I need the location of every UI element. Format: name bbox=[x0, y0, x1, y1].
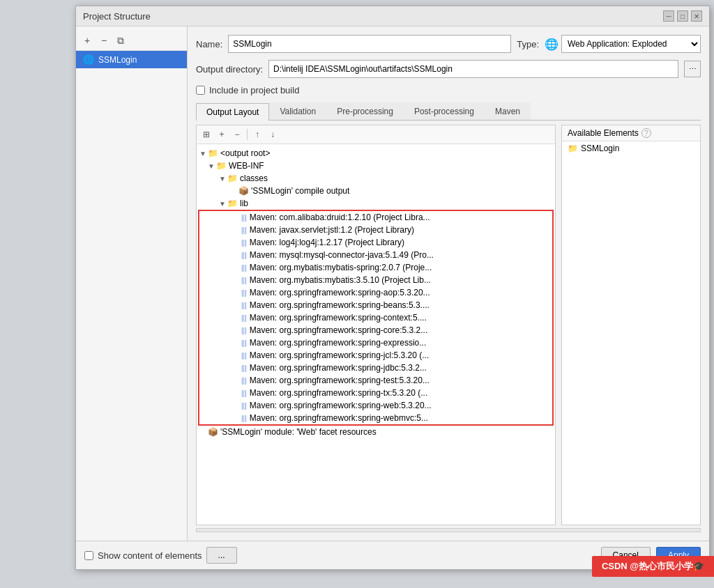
tree-panel: ⊞ + − ↑ ↓ ▼ 📁 <output root> bbox=[196, 125, 556, 525]
lib-icon: ||| bbox=[241, 402, 247, 410]
name-label: Name: bbox=[196, 39, 222, 49]
add-artifact-button[interactable]: + bbox=[80, 33, 94, 47]
module-icon: 📦 bbox=[238, 186, 249, 196]
lib-icon: ||| bbox=[241, 314, 247, 322]
copy-artifact-button[interactable]: ⧉ bbox=[114, 33, 128, 47]
lib-icon: ||| bbox=[241, 277, 247, 284]
tree-node-webinf[interactable]: ▼ 📁 WEB-INF bbox=[197, 160, 555, 172]
output-dir-row: Output directory: ⋯ bbox=[196, 60, 701, 78]
lib-icon: ||| bbox=[241, 352, 247, 359]
titlebar-buttons: ─ □ ✕ bbox=[663, 10, 702, 22]
lib-item-spring-jcl[interactable]: ||| Maven: org.springframework:spring-jc… bbox=[199, 349, 552, 362]
toolbar-divider bbox=[247, 129, 248, 140]
lib-item-mybatis[interactable]: ||| Maven: org.mybatis:mybatis:3.5.10 (P… bbox=[199, 274, 552, 286]
tabs-bar: Output Layout Validation Pre-processing … bbox=[196, 102, 701, 121]
lib-item-jstl[interactable]: ||| Maven: javax.servlet:jstl:1.2 (Proje… bbox=[199, 224, 552, 236]
tab-post-processing[interactable]: Post-processing bbox=[404, 102, 485, 120]
tree-add-btn[interactable]: + bbox=[215, 127, 229, 141]
web-app-icon: 🌐 bbox=[545, 38, 559, 51]
lib-icon: ||| bbox=[241, 377, 247, 385]
tree-node-web-facet[interactable]: 📦 'SSMLogin' module: 'Web' facet resourc… bbox=[197, 426, 555, 438]
tab-maven[interactable]: Maven bbox=[485, 102, 531, 120]
lib-item-mybatis-spring[interactable]: ||| Maven: org.mybatis:mybatis-spring:2.… bbox=[199, 261, 552, 274]
tree-up-btn[interactable]: ↑ bbox=[250, 127, 264, 141]
horizontal-scrollbar[interactable] bbox=[196, 528, 701, 532]
lib-item-label: Maven: org.springframework:spring-jcl:5.… bbox=[250, 350, 429, 360]
lib-item-spring-expression[interactable]: ||| Maven: org.springframework:spring-ex… bbox=[199, 336, 552, 349]
close-button[interactable]: ✕ bbox=[691, 10, 702, 22]
remove-artifact-button[interactable]: − bbox=[97, 33, 111, 47]
available-item-ssmlogin[interactable]: 📁 SSMLogin bbox=[562, 141, 700, 155]
lib-item-label: Maven: org.mybatis:mybatis:3.5.10 (Proje… bbox=[250, 275, 431, 285]
help-icon[interactable]: ? bbox=[641, 128, 651, 138]
sidebar-item-ssmlogin[interactable]: 🌐 SSMLogin bbox=[76, 51, 187, 68]
lib-item-label: Maven: org.springframework:spring-beans:… bbox=[250, 300, 430, 310]
lib-item-label: Maven: org.springframework:spring-web:5.… bbox=[250, 401, 432, 410]
lib-item-spring-test[interactable]: ||| Maven: org.springframework:spring-te… bbox=[199, 374, 552, 387]
name-input[interactable] bbox=[228, 35, 511, 53]
tab-pre-processing[interactable]: Pre-processing bbox=[326, 102, 404, 120]
lib-item-spring-beans[interactable]: ||| Maven: org.springframework:spring-be… bbox=[199, 299, 552, 311]
type-select-container: 🌐 Web Application: Exploded bbox=[545, 35, 701, 53]
tree-remove-btn[interactable]: − bbox=[230, 127, 244, 141]
tree-node-output-root[interactable]: ▼ 📁 <output root> bbox=[197, 147, 555, 160]
lib-item-label: Maven: org.springframework:spring-test:5… bbox=[250, 376, 430, 385]
sidebar-toolbar: + − ⧉ bbox=[76, 31, 187, 51]
available-item-label: SSMLogin bbox=[581, 144, 619, 153]
lib-item-spring-webmvc[interactable]: ||| Maven: org.springframework:spring-we… bbox=[199, 412, 552, 424]
available-header-label: Available Elements bbox=[568, 128, 639, 138]
lib-item-log4j[interactable]: ||| Maven: log4j:log4j:1.2.17 (Project L… bbox=[199, 236, 552, 249]
tree-content: ▼ 📁 <output root> ▼ 📁 WEB-INF ▼ bbox=[197, 144, 555, 441]
include-checkbox[interactable] bbox=[196, 86, 205, 95]
sidebar-item-label: SSMLogin bbox=[98, 55, 137, 65]
lib-item-mysql[interactable]: ||| Maven: mysql:mysql-connector-java:5.… bbox=[199, 249, 552, 261]
output-input[interactable] bbox=[268, 60, 678, 78]
lib-item-spring-core[interactable]: ||| Maven: org.springframework:spring-co… bbox=[199, 324, 552, 336]
lib-item-spring-aop[interactable]: ||| Maven: org.springframework:spring-ao… bbox=[199, 286, 552, 299]
ellipsis-button[interactable]: ... bbox=[206, 547, 237, 564]
available-header: Available Elements ? bbox=[562, 125, 700, 141]
webinf-label: WEB-INF bbox=[229, 161, 264, 171]
type-label: Type: bbox=[517, 39, 539, 49]
tree-expand-btn[interactable]: ⊞ bbox=[199, 127, 213, 141]
lib-item-label: Maven: org.springframework:spring-contex… bbox=[250, 313, 427, 323]
sidebar: + − ⧉ 🌐 SSMLogin bbox=[76, 26, 188, 541]
tree-down-btn[interactable]: ↓ bbox=[266, 127, 280, 141]
lib-icon: ||| bbox=[241, 226, 247, 234]
tab-validation[interactable]: Validation bbox=[269, 102, 326, 120]
web-facet-label: 'SSMLogin' module: 'Web' facet resources bbox=[220, 427, 377, 437]
folder-icon: 📁 bbox=[216, 161, 227, 171]
lib-item-label: Maven: log4j:log4j:1.2.17 (Project Libra… bbox=[250, 238, 404, 247]
tree-node-classes[interactable]: ▼ 📁 classes bbox=[197, 172, 555, 185]
lib-icon: ||| bbox=[241, 252, 247, 259]
lib-item-label: Maven: org.springframework:spring-expres… bbox=[250, 338, 426, 348]
toggle-icon: ▼ bbox=[219, 200, 227, 208]
tree-node-lib[interactable]: ▼ 📁 lib bbox=[197, 197, 555, 210]
show-content-checkbox[interactable] bbox=[84, 551, 93, 560]
include-label[interactable]: Include in project build bbox=[209, 85, 299, 95]
toggle-icon: ▼ bbox=[208, 162, 216, 170]
lib-icon: ||| bbox=[241, 264, 247, 272]
tree-toolbar: ⊞ + − ↑ ↓ bbox=[197, 125, 555, 144]
tree-node-compile-output[interactable]: 📦 'SSMLogin' compile output bbox=[197, 185, 555, 197]
show-content-label[interactable]: Show content of elements bbox=[98, 550, 202, 561]
compile-output-label: 'SSMLogin' compile output bbox=[251, 186, 349, 196]
minimize-button[interactable]: ─ bbox=[663, 10, 674, 22]
maximize-button[interactable]: □ bbox=[677, 10, 688, 22]
module-icon: 📦 bbox=[208, 427, 218, 437]
lib-item-spring-context[interactable]: ||| Maven: org.springframework:spring-co… bbox=[199, 311, 552, 324]
type-dropdown[interactable]: Web Application: Exploded bbox=[561, 35, 701, 53]
tab-output-layout[interactable]: Output Layout bbox=[196, 103, 269, 121]
lib-item-spring-tx[interactable]: ||| Maven: org.springframework:spring-tx… bbox=[199, 387, 552, 399]
lib-item-label: Maven: mysql:mysql-connector-java:5.1.49… bbox=[250, 250, 434, 260]
lib-icon: ||| bbox=[241, 389, 247, 397]
lib-icon: ||| bbox=[241, 239, 247, 247]
lib-icon: ||| bbox=[241, 214, 247, 222]
project-structure-dialog: Project Structure ─ □ ✕ + − ⧉ 🌐 SSMLogin… bbox=[75, 6, 710, 570]
browse-button[interactable]: ⋯ bbox=[684, 61, 701, 77]
lib-item-druid[interactable]: ||| Maven: com.alibaba:druid:1.2.10 (Pro… bbox=[199, 211, 552, 224]
dialog-body: + − ⧉ 🌐 SSMLogin Name: Type: 🌐 Web Appli… bbox=[76, 26, 709, 541]
lib-item-spring-jdbc[interactable]: ||| Maven: org.springframework:spring-jd… bbox=[199, 362, 552, 374]
folder-icon: 📁 bbox=[227, 199, 238, 208]
lib-item-spring-web[interactable]: ||| Maven: org.springframework:spring-we… bbox=[199, 399, 552, 412]
